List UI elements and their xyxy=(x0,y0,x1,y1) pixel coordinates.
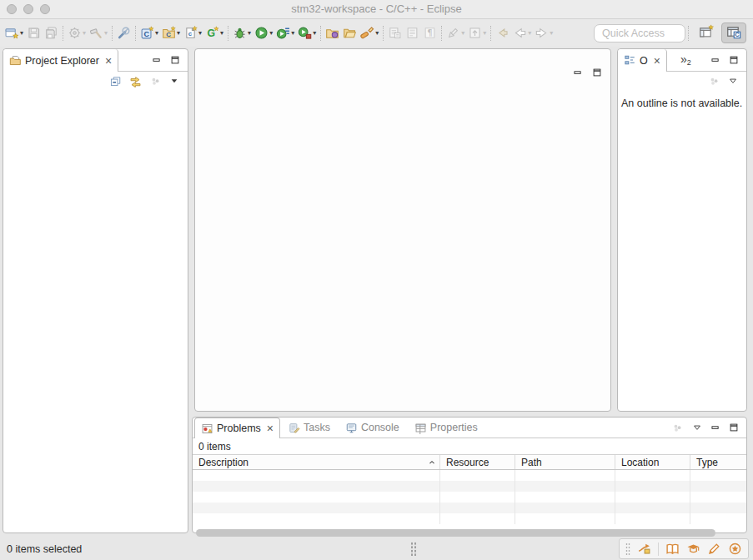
project-explorer-icon xyxy=(9,54,22,67)
close-icon[interactable]: × xyxy=(267,422,274,434)
column-header-path[interactable]: Path xyxy=(515,455,615,469)
toolbar-separator xyxy=(112,26,113,41)
table-row xyxy=(193,513,746,524)
open-perspective-button[interactable] xyxy=(694,22,719,43)
open-element-button[interactable] xyxy=(324,23,341,43)
profile-icon xyxy=(298,26,312,40)
view-menu-dropdown[interactable] xyxy=(169,76,179,86)
quick-access-input[interactable] xyxy=(594,24,685,42)
column-header-resource[interactable]: Resource xyxy=(439,455,515,469)
search-button[interactable]: ▾ xyxy=(359,23,380,43)
tab-properties[interactable]: Properties xyxy=(407,418,485,438)
maximize-view-button[interactable] xyxy=(170,55,180,65)
new-c-project-button[interactable]: C▾ xyxy=(138,23,160,43)
coverage-button[interactable]: ▾ xyxy=(274,23,296,43)
welcome-button[interactable] xyxy=(637,542,651,556)
table-cell xyxy=(439,513,515,524)
debug-button[interactable]: ▾ xyxy=(231,23,253,43)
tab-outline[interactable]: O × xyxy=(618,49,667,72)
more-views-button[interactable]: » 2 xyxy=(667,49,691,71)
build-all-button: ▾ xyxy=(66,23,88,43)
overview-button[interactable] xyxy=(665,542,680,556)
back-icon xyxy=(513,26,527,40)
tab-console[interactable]: Console xyxy=(338,418,407,438)
build-button: ▾ xyxy=(88,23,109,43)
new-c-prj-icon: C xyxy=(140,26,154,40)
minimize-editor-button[interactable] xyxy=(573,68,583,78)
whats-new-button[interactable] xyxy=(728,542,742,556)
view-menu-dropdown[interactable] xyxy=(692,422,702,432)
tab-problems[interactable]: Problems× xyxy=(194,418,280,438)
properties-icon xyxy=(414,422,427,434)
close-window-button[interactable] xyxy=(7,4,17,14)
toolbar-separator xyxy=(441,26,442,41)
tutorials-button[interactable] xyxy=(686,542,700,556)
problems-table-body xyxy=(193,470,746,524)
new-button[interactable]: ▾ xyxy=(3,23,25,43)
collapse-all-button[interactable] xyxy=(109,75,122,88)
search-icon xyxy=(360,26,374,40)
minimize-window-button[interactable] xyxy=(23,4,33,14)
tab-tasks[interactable]: Tasks xyxy=(280,418,338,438)
svg-text:c: c xyxy=(188,30,193,38)
minimize-view-button[interactable] xyxy=(710,422,720,432)
close-icon[interactable]: × xyxy=(654,55,660,67)
tab-project-explorer[interactable]: Project Explorer × xyxy=(3,49,118,72)
profile-button[interactable]: ▾ xyxy=(296,23,318,43)
save-all-icon xyxy=(44,26,58,40)
open-folder-icon xyxy=(343,26,357,40)
column-header-type[interactable]: Type xyxy=(690,455,746,469)
maximize-view-button[interactable] xyxy=(729,55,739,65)
table-cell xyxy=(439,502,515,513)
toolbar-separator xyxy=(135,26,136,41)
coverage-icon xyxy=(276,26,290,40)
last-edit-icon xyxy=(495,26,510,40)
more-views-count: 2 xyxy=(687,58,691,67)
close-icon[interactable]: × xyxy=(105,55,112,67)
column-header-location[interactable]: Location xyxy=(615,455,690,469)
new-class-icon: G xyxy=(205,26,219,40)
table-cell xyxy=(690,470,746,481)
show-whitespace-button: ¶ xyxy=(421,23,439,43)
project-explorer-tree[interactable] xyxy=(3,90,188,523)
table-cell xyxy=(193,492,439,502)
table-cell xyxy=(515,470,615,481)
column-header-description[interactable]: Description xyxy=(193,455,439,469)
dropdown-arrow-icon: ▾ xyxy=(83,29,86,37)
maximize-editor-button[interactable] xyxy=(592,68,602,78)
table-cell xyxy=(615,513,690,524)
show-source-button xyxy=(404,23,421,43)
minimize-view-button[interactable] xyxy=(710,55,720,65)
statusbar-drag-handle[interactable] xyxy=(410,542,417,556)
table-cell xyxy=(690,502,746,513)
table-row xyxy=(193,502,746,513)
toolbar-separator xyxy=(63,26,63,41)
tray-drag-handle[interactable] xyxy=(625,542,630,556)
next-ann-icon xyxy=(446,26,460,40)
svg-text:C: C xyxy=(143,30,149,38)
maximize-view-button[interactable] xyxy=(729,422,739,432)
tab-label: Properties xyxy=(430,422,478,433)
zoom-window-button[interactable] xyxy=(40,4,50,14)
link-with-editor-button[interactable] xyxy=(129,75,142,88)
open-resource-button[interactable] xyxy=(341,23,359,43)
dropdown-arrow-icon: ▾ xyxy=(177,29,180,37)
samples-button[interactable] xyxy=(707,542,721,556)
c-cpp-perspective-button[interactable]: C xyxy=(721,22,746,43)
table-cell xyxy=(515,502,615,513)
horizontal-scrollbar[interactable] xyxy=(196,529,743,537)
dropdown-arrow-icon: ▾ xyxy=(461,29,464,37)
editor-area[interactable] xyxy=(194,48,611,412)
tab-label: Project Explorer xyxy=(25,55,99,67)
new-class-button[interactable]: G▾ xyxy=(203,23,225,43)
table-cell xyxy=(615,502,690,513)
run-button[interactable]: ▾ xyxy=(253,23,274,43)
skip-all-breakpoints-button[interactable] xyxy=(115,23,133,43)
minimize-view-button[interactable] xyxy=(152,55,162,65)
more-views-chevron: » xyxy=(680,52,687,66)
view-menu-dropdown[interactable] xyxy=(728,76,738,86)
new-c-source-file-button[interactable]: c▾ xyxy=(182,23,203,43)
save-button xyxy=(25,23,43,43)
scrollbar-thumb[interactable] xyxy=(196,529,715,537)
new-c-source-folder-button[interactable]: C▾ xyxy=(160,23,182,43)
